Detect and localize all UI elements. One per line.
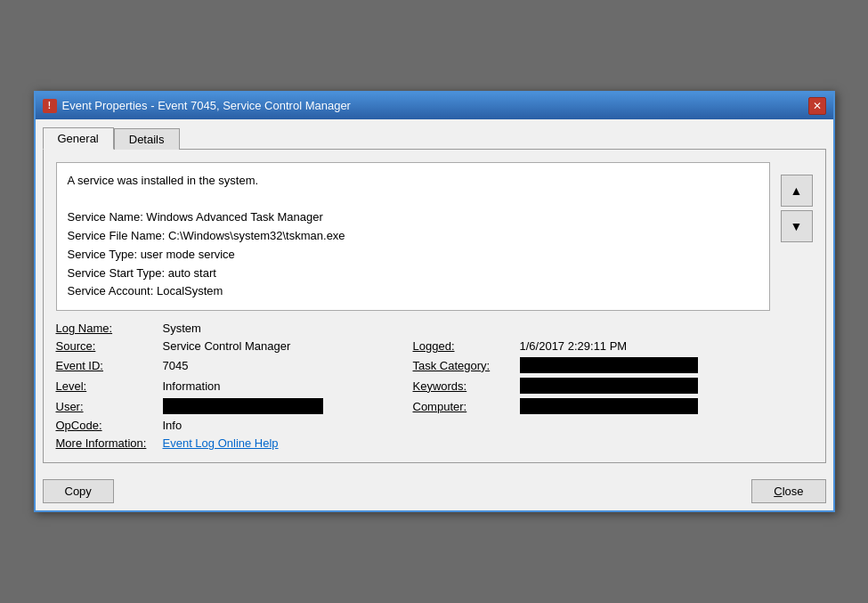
tab-content: A service was installed in the system. S…	[56, 162, 770, 451]
nav-down-button[interactable]: ▼	[781, 210, 813, 242]
event-id-label: Event ID:	[56, 359, 163, 372]
keywords-col: Keywords:	[413, 378, 770, 394]
task-category-label: Task Category:	[413, 359, 520, 372]
source-label: Source:	[56, 339, 163, 353]
event-properties-window: ! Event Properties - Event 7045, Service…	[34, 91, 835, 513]
description-line-2: Service Name: Windows Advanced Task Mana…	[68, 208, 758, 227]
tab-details[interactable]: Details	[114, 128, 180, 150]
tab-general[interactable]: General	[43, 127, 114, 150]
task-category-col: Task Category:	[413, 357, 770, 373]
more-info-col: More Information: Event Log Online Help	[56, 436, 770, 450]
eventid-taskcategory-row: Event ID: 7045 Task Category:	[56, 357, 770, 373]
opcode-value: Info	[163, 419, 183, 432]
user-col: User:	[56, 398, 413, 414]
event-id-value: 7045	[163, 359, 189, 372]
computer-col: Computer:	[413, 398, 770, 414]
description-line-6: Service Account: LocalSystem	[68, 282, 758, 301]
logged-col: Logged: 1/6/2017 2:29:11 PM	[413, 339, 770, 353]
nav-up-button[interactable]: ▲	[781, 175, 813, 207]
side-nav: ▲ ▼	[777, 162, 813, 451]
level-keywords-row: Level: Information Keywords:	[56, 378, 770, 394]
tabs: General Details	[43, 126, 826, 149]
copy-button[interactable]: Copy	[43, 479, 114, 503]
titlebar: ! Event Properties - Event 7045, Service…	[36, 93, 833, 119]
computer-label: Computer:	[413, 400, 520, 413]
task-category-redacted	[520, 357, 698, 373]
source-col: Source: Service Control Manager	[56, 339, 413, 353]
keywords-label: Keywords:	[413, 379, 520, 393]
computer-redacted	[520, 398, 698, 414]
opcode-col: OpCode: Info	[56, 419, 770, 432]
description-line-5: Service Start Type: auto start	[68, 265, 758, 283]
log-name-label: Log Name:	[56, 322, 163, 335]
description-line-3: Service File Name: C:\Windows\system32\t…	[68, 227, 758, 246]
footer: Copy Close	[36, 470, 833, 510]
description-line-4: Service Type: user mode service	[68, 246, 758, 265]
close-button[interactable]: Close	[751, 479, 825, 503]
more-info-row: More Information: Event Log Online Help	[56, 436, 770, 450]
titlebar-left: ! Event Properties - Event 7045, Service…	[43, 99, 351, 113]
logged-value: 1/6/2017 2:29:11 PM	[520, 339, 628, 353]
source-value: Service Control Manager	[163, 339, 291, 353]
event-log-online-help-link[interactable]: Event Log Online Help	[163, 436, 279, 450]
close-titlebar-button[interactable]: ✕	[808, 97, 826, 115]
level-col: Level: Information	[56, 378, 413, 394]
opcode-label: OpCode:	[56, 419, 163, 432]
description-line-1: A service was installed in the system.	[68, 172, 758, 191]
log-name-row: Log Name: System	[56, 322, 770, 335]
source-logged-row: Source: Service Control Manager Logged: …	[56, 339, 770, 353]
event-details-grid: Log Name: System Source: Service Control…	[56, 322, 770, 450]
keywords-redacted	[520, 378, 698, 394]
window-body: General Details A service was installed …	[36, 119, 833, 471]
close-button-underline: C	[774, 485, 782, 498]
log-name-col: Log Name: System	[56, 322, 770, 335]
user-label: User:	[56, 400, 163, 413]
event-id-col: Event ID: 7045	[56, 357, 413, 373]
level-value: Information	[163, 379, 221, 393]
level-label: Level:	[56, 379, 163, 393]
opcode-row: OpCode: Info	[56, 419, 770, 432]
event-description-box: A service was installed in the system. S…	[56, 162, 770, 312]
logged-label: Logged:	[413, 339, 520, 353]
user-redacted	[163, 398, 323, 414]
log-name-value: System	[163, 322, 201, 335]
window-title: Event Properties - Event 7045, Service C…	[62, 99, 351, 112]
app-icon: !	[43, 99, 57, 113]
more-info-label: More Information:	[56, 436, 163, 450]
user-computer-row: User: Computer:	[56, 398, 770, 414]
tab-panel: A service was installed in the system. S…	[43, 149, 826, 464]
